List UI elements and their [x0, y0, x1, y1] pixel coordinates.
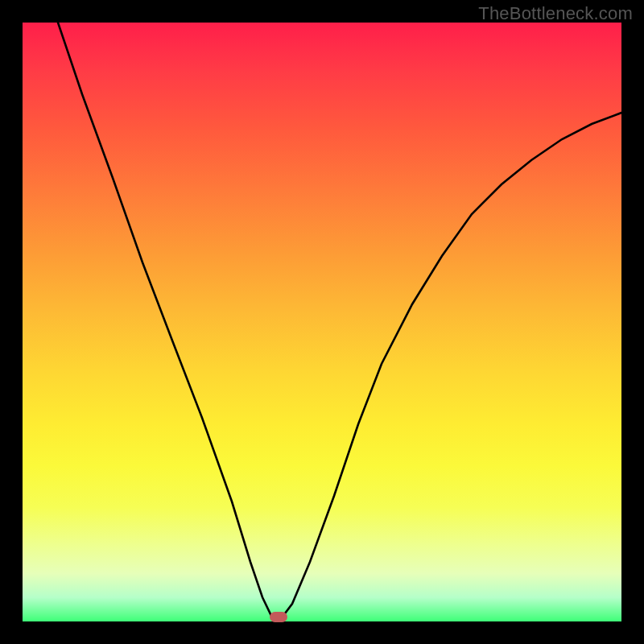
chart-frame: TheBottleneck.com: [0, 0, 644, 644]
min-marker: [270, 612, 287, 622]
curve-svg: [23, 23, 621, 621]
plot-area: [23, 23, 621, 621]
watermark-text: TheBottleneck.com: [478, 3, 633, 24]
bottleneck-curve-path: [58, 23, 621, 620]
